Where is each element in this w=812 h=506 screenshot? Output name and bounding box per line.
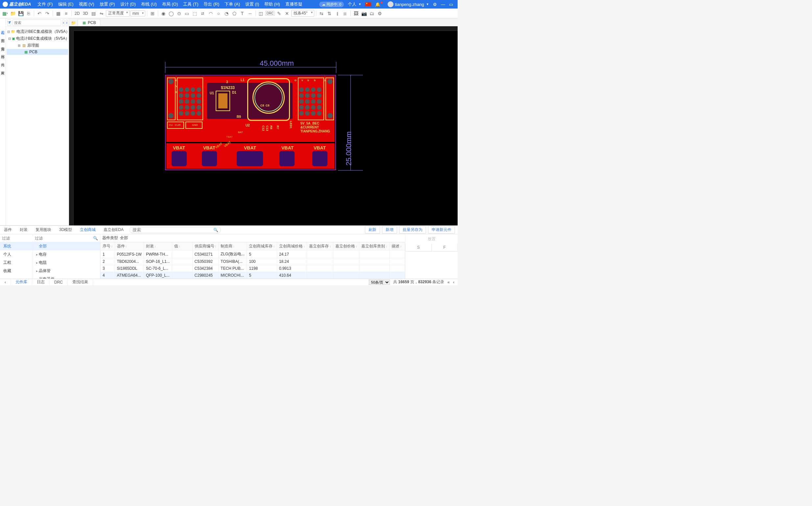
snapshot-button[interactable]: 📷: [360, 10, 368, 17]
category-transistor[interactable]: ▸晶体管: [33, 267, 100, 275]
cross-probe-button[interactable]: ✕: [283, 10, 291, 17]
table-row[interactable]: 3SI1865DDLSC-70-6_L...C5342384TECH PUB..…: [100, 265, 405, 272]
add-button[interactable]: 新增: [382, 226, 397, 234]
collapse-icon[interactable]: ⊟: [8, 37, 11, 40]
menu-place[interactable]: 放置 (P): [97, 1, 118, 7]
workspace-switcher[interactable]: 个人▼: [346, 1, 363, 7]
menu-tools[interactable]: 工具 (T): [180, 1, 201, 7]
pager-first-button[interactable]: «: [447, 280, 450, 284]
source-favorites[interactable]: 收藏: [0, 267, 32, 275]
status-tab-library[interactable]: 元件库: [11, 279, 32, 285]
drc-button[interactable]: DRC: [265, 11, 275, 16]
minimize-button[interactable]: ―: [439, 2, 447, 7]
category-all[interactable]: 全部: [33, 242, 100, 250]
collapse-icon[interactable]: ⊟: [7, 30, 10, 33]
pager-prev-button[interactable]: ‹: [453, 280, 454, 284]
rail-objects[interactable]: 对象: [0, 68, 5, 69]
view-2d[interactable]: 2D: [73, 11, 81, 16]
rail-nets[interactable]: 网络: [0, 52, 5, 53]
batch-saveas-button[interactable]: 批量另存为: [399, 226, 426, 234]
table-row[interactable]: 2TBD62004...SOP-16_L1...C5350392TOSHIBA(…: [100, 258, 405, 265]
menu-view[interactable]: 视图 (V): [76, 1, 97, 7]
wire-angle-select[interactable]: 线条45°: [291, 10, 314, 17]
libtab-footprints[interactable]: 封装: [16, 226, 31, 234]
tree-pcb[interactable]: ▦ PCB: [7, 49, 68, 55]
page-size-select[interactable]: 50条/页: [369, 280, 390, 285]
circle-tool-button[interactable]: ○: [215, 10, 222, 17]
libtab-lcsc[interactable]: 立创商城: [76, 226, 99, 234]
col-desc[interactable]: 描述↕: [389, 243, 405, 250]
document-tab[interactable]: ▦ PCB: [78, 19, 100, 26]
rail-components[interactable]: 元件: [0, 60, 5, 61]
col-mfr[interactable]: 制造商↕: [219, 243, 247, 250]
dimension-tool-button[interactable]: ↔: [246, 10, 254, 17]
category-opto[interactable]: ▸光电器件: [33, 275, 100, 279]
col-footprint[interactable]: 封装↕: [144, 243, 172, 250]
measure-button[interactable]: ✎: [276, 10, 283, 17]
source-project[interactable]: 工程: [0, 259, 32, 267]
rail-pages[interactable]: 图页: [0, 36, 5, 37]
sync-status[interactable]: ☁ 同步中: 0: [317, 2, 346, 7]
libtab-3d[interactable]: 3D模型: [55, 226, 76, 234]
libtab-blocks[interactable]: 复用图块: [31, 226, 55, 234]
flip-button[interactable]: ⇋: [98, 10, 105, 17]
hole-button[interactable]: ⊙: [175, 10, 183, 17]
pie-tool-button[interactable]: ◔: [223, 10, 230, 17]
col-part[interactable]: 器件↕: [115, 243, 144, 250]
image-button[interactable]: 🖼: [352, 10, 360, 17]
menu-settings[interactable]: 设置 (I): [243, 1, 262, 7]
tree-root[interactable]: ⊟ 📁 电流计BEC集成模块（5V5A）: [7, 28, 68, 35]
via-button[interactable]: ◉: [160, 10, 167, 17]
notifications-button[interactable]: 🔔: [373, 2, 386, 7]
col-supplier[interactable]: 供应商编号↕: [192, 243, 219, 250]
preview-tab-f[interactable]: F: [432, 244, 458, 251]
more-settings-button[interactable]: ⚙: [376, 10, 383, 17]
line-tool-button[interactable]: ⧄: [199, 10, 207, 17]
component-button[interactable]: ◫: [257, 10, 265, 17]
pad-button[interactable]: ◯: [168, 10, 175, 17]
menu-order[interactable]: 下单 (A): [222, 1, 243, 7]
tree-schematic[interactable]: ⊞ ▥ 原理图: [7, 42, 68, 49]
sidebar-search-input[interactable]: [12, 19, 61, 26]
menu-file[interactable]: 文件 (F): [35, 1, 55, 7]
library-search-input[interactable]: [130, 227, 221, 233]
brightness-select[interactable]: 正常亮度: [106, 10, 130, 17]
col-jlc-cat[interactable]: 嘉立创库类别↕: [359, 243, 389, 250]
request-part-button[interactable]: 申请新元件: [428, 226, 455, 234]
dist-h-button[interactable]: ⫿: [334, 10, 341, 17]
save-all-button[interactable]: ⎘: [25, 10, 32, 17]
refresh-button[interactable]: 刷新: [365, 226, 380, 234]
rail-common-lib[interactable]: 常用库: [0, 44, 5, 45]
rail-project[interactable]: 工程: [0, 28, 5, 29]
layers-button[interactable]: ▤: [90, 10, 97, 17]
undo-button[interactable]: ↶: [36, 10, 43, 17]
menu-help[interactable]: 帮助 (H): [262, 1, 283, 7]
col-value[interactable]: 值↕: [172, 243, 192, 250]
arc-tool-button[interactable]: ◠: [207, 10, 214, 17]
source-personal[interactable]: 个人: [0, 250, 32, 259]
source-system[interactable]: 系统: [0, 242, 32, 250]
maximize-button[interactable]: ▭: [447, 2, 455, 7]
tree-board[interactable]: ⊟ ▣ 电流计BEC集成模块（5V5A）: [7, 35, 68, 42]
col-jlc-stock[interactable]: 嘉立创库存↕: [307, 243, 334, 250]
col-lcsc-stock[interactable]: 立创商城库存↕: [247, 243, 277, 250]
menu-export[interactable]: 导出 (R): [201, 1, 222, 7]
rect-select-button[interactable]: ⬚: [191, 10, 199, 17]
dist-v-button[interactable]: ⫼: [342, 10, 349, 17]
menu-layout[interactable]: 布局 (O): [159, 1, 180, 7]
align-button[interactable]: ≡: [63, 10, 70, 17]
category-capacitor[interactable]: ▸电容: [33, 250, 100, 259]
status-tab-log[interactable]: 日志: [32, 279, 50, 285]
save-button[interactable]: 💾: [17, 10, 24, 17]
table-row[interactable]: 4ATMEGA64...QFP-100_L...C2980245MICROCHI…: [100, 272, 405, 279]
view-3d[interactable]: 3D: [81, 11, 89, 16]
sidebar-prev-button[interactable]: ‹: [63, 19, 64, 26]
status-home-icon[interactable]: ‹: [0, 279, 11, 285]
text-tool-button[interactable]: T: [239, 10, 246, 17]
snap-button[interactable]: ⊞: [149, 10, 156, 17]
filter-input-2[interactable]: [35, 236, 92, 241]
pcb-canvas[interactable]: 45.000mm 25.000mm: [69, 26, 458, 226]
type-select[interactable]: 全部: [120, 235, 159, 241]
menu-edit[interactable]: 编辑 (E): [56, 1, 76, 7]
user-menu[interactable]: tianpeng.zhang▼: [386, 1, 431, 7]
